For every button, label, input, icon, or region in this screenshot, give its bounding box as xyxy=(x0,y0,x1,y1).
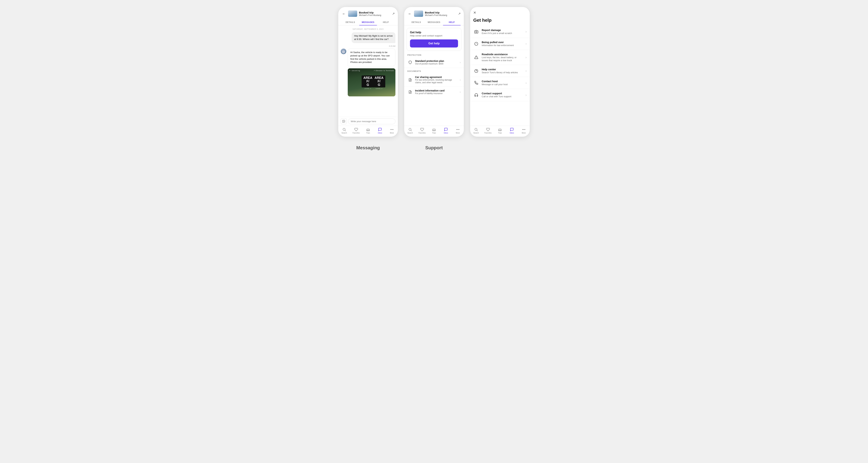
svg-point-32 xyxy=(522,129,523,130)
phone-get-help: ✕ Get help Report damage Even if it's ju… xyxy=(470,7,530,137)
phone2-header: ← Booked trip Michael's Ford Mustang ↗ xyxy=(404,7,464,17)
support-label: Support xyxy=(425,145,443,151)
svg-point-34 xyxy=(525,129,525,130)
contact-support-text: Contact support Call or chat with Turo s… xyxy=(482,92,523,98)
nav-more[interactable]: More xyxy=(386,128,398,134)
get-help-title-container: Get help xyxy=(470,18,530,26)
chevron-right-icon-2: › xyxy=(460,78,461,81)
nav-trips[interactable]: Trips xyxy=(362,128,374,134)
alert-icon xyxy=(473,41,479,47)
incident-card-text: Incident information card For proof of l… xyxy=(415,89,458,95)
chevron-icon-2: › xyxy=(526,42,527,45)
svg-line-3 xyxy=(345,130,346,131)
nav-trips-label: Trips xyxy=(366,132,370,134)
message-time: 8:20 AM xyxy=(341,45,396,47)
image-attach-button[interactable] xyxy=(341,118,347,124)
nav-inbox-label: Inbox xyxy=(378,132,382,134)
nav3-search[interactable]: Search xyxy=(470,128,482,134)
svg-point-7 xyxy=(392,129,392,130)
get-help-button[interactable]: Get help xyxy=(410,39,458,47)
report-damage-text: Report damage Even if it's just a small … xyxy=(482,29,523,35)
help-center-text: Help center Search Turo's library of hel… xyxy=(482,68,523,74)
tab2-messages[interactable]: MESSAGES xyxy=(425,19,443,25)
roadside-assistance-item[interactable]: Roadside assistance Lost keys, flat tire… xyxy=(470,50,530,65)
share-button-2[interactable]: ↗ xyxy=(458,12,461,15)
outgoing-bubble: Hey Michael! My flight is set to arrive … xyxy=(351,32,396,43)
bottom-labels-row: Messaging Support xyxy=(335,145,533,151)
nav2-favorites-label: Favorites xyxy=(418,132,426,134)
nav2-more-label: More xyxy=(456,132,460,134)
nav3-more[interactable]: More xyxy=(518,128,530,134)
svg-line-29 xyxy=(477,130,478,131)
nav-favorites[interactable]: Favorites xyxy=(350,128,362,134)
tab2-help[interactable]: HELP xyxy=(443,19,461,25)
car-sharing-agreement-item[interactable]: Car sharing agreement For law enforcemen… xyxy=(404,73,464,87)
camera-icon xyxy=(473,29,479,35)
message-input[interactable] xyxy=(348,119,396,124)
nav3-more-label: More xyxy=(522,132,526,134)
close-button[interactable]: ✕ xyxy=(473,10,476,15)
incident-card-subtitle: For proof of liability insurance xyxy=(415,92,458,95)
back-button-2[interactable]: ← xyxy=(407,11,412,16)
label-messaging: Messaging xyxy=(338,145,398,151)
report-damage-item[interactable]: Report damage Even if it's just a small … xyxy=(470,26,530,38)
tab2-details[interactable]: DETAILS xyxy=(407,19,425,25)
label-empty xyxy=(470,145,530,151)
header-text-2: Booked trip Michael's Ford Mustang xyxy=(425,11,456,16)
svg-point-30 xyxy=(499,131,499,131)
document-icon-2 xyxy=(407,89,413,95)
nav3-favorites[interactable]: Favorites xyxy=(482,128,494,134)
nav-search[interactable]: Search xyxy=(338,128,350,134)
nav3-search-label: Search xyxy=(473,132,479,134)
trip-title-2: Booked trip xyxy=(425,11,456,14)
chevron-icon-6: › xyxy=(526,93,527,97)
get-help-header: ✕ xyxy=(470,7,530,18)
phone2-tabs: DETAILS MESSAGES HELP xyxy=(404,19,464,25)
nav2-more[interactable]: More xyxy=(452,128,464,134)
being-pulled-over-item[interactable]: Being pulled over Information for law en… xyxy=(470,38,530,50)
incident-card-item[interactable]: Incident information card For proof of l… xyxy=(404,87,464,97)
contact-host-item[interactable]: Contact host Message or call your host › xyxy=(470,77,530,89)
warning-triangle-icon xyxy=(473,54,479,60)
back-button[interactable]: ← xyxy=(341,11,346,16)
contact-host-text: Contact host Message or call your host xyxy=(482,80,523,86)
protection-section-label: PROTECTION xyxy=(404,52,464,57)
help-center-subtitle: Search Turo's library of help articles xyxy=(482,71,523,74)
nav2-inbox[interactable]: Inbox xyxy=(440,128,452,134)
phone1-tabs: DETAILS MESSAGES HELP xyxy=(338,19,398,25)
share-button[interactable]: ↗ xyxy=(392,12,395,15)
chevron-right-icon-3: › xyxy=(460,91,461,94)
nav-inbox[interactable]: Inbox xyxy=(374,128,386,134)
nav2-trips[interactable]: Trips xyxy=(428,128,440,134)
image-overlay: ⚭ Smoking ↗ Elevator to Terminals AREAF/… xyxy=(348,68,396,96)
protection-plan-item[interactable]: Standard protection plan Out-of-pocket m… xyxy=(404,57,464,68)
avatar-image xyxy=(341,48,346,54)
nav2-favorites[interactable]: Favorites xyxy=(416,128,428,134)
svg-point-5 xyxy=(369,131,369,131)
help-content: Get help Help center and contact support… xyxy=(404,25,464,126)
contact-support-item[interactable]: Contact support Call or chat with Turo s… xyxy=(470,89,530,101)
chevron-icon-1: › xyxy=(526,30,527,33)
nav3-inbox[interactable]: Inbox xyxy=(506,128,518,134)
car-sharing-title: Car sharing agreement xyxy=(415,76,458,78)
tab-details[interactable]: DETAILS xyxy=(341,19,359,25)
nav-search-label: Search xyxy=(341,132,347,134)
tab-help[interactable]: HELP xyxy=(377,19,395,25)
svg-line-14 xyxy=(411,130,412,131)
help-card-subtitle: Help center and contact support xyxy=(410,34,458,37)
car-thumbnail xyxy=(348,10,357,17)
nav2-search[interactable]: Search xyxy=(404,128,416,134)
chevron-icon-3: › xyxy=(526,56,527,59)
report-damage-title: Report damage xyxy=(482,29,523,32)
report-damage-subtitle: Even if it's just a small scratch xyxy=(482,32,523,35)
trip-subtitle: Michael's Ford Mustang xyxy=(359,14,390,16)
nav3-trips[interactable]: Trips xyxy=(494,128,506,134)
help-center-item[interactable]: Help center Search Turo's library of hel… xyxy=(470,65,530,77)
phone1-header: ← Booked trip Michael's Ford Mustang ↗ xyxy=(338,7,398,17)
message-image: ⚭ Smoking ↗ Elevator to Terminals AREAF/… xyxy=(348,68,396,96)
nav2-search-label: Search xyxy=(407,132,413,134)
tab-messages[interactable]: MESSAGES xyxy=(359,19,377,25)
document-icon-1 xyxy=(407,77,413,83)
incoming-bubble: Hi Sasha, the vehicle is ready to be pic… xyxy=(348,48,396,66)
svg-point-33 xyxy=(524,129,524,130)
